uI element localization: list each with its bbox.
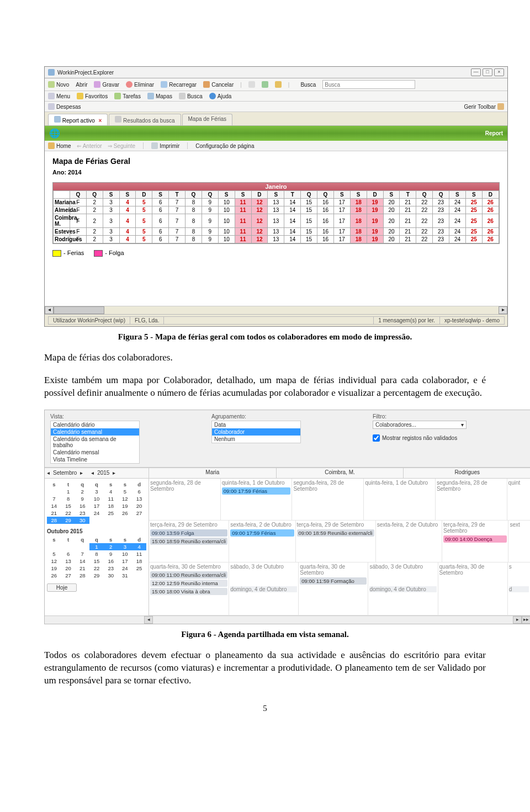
status-spacer bbox=[163, 316, 374, 325]
event-formacao[interactable]: 09:00 11:59 Formação bbox=[300, 577, 367, 585]
person-col-header: Maria bbox=[149, 468, 277, 478]
scroll-right-button[interactable]: ▸ bbox=[499, 306, 507, 314]
tab-resultados-busca[interactable]: Resultados da busca bbox=[109, 114, 181, 125]
agrup-listbox[interactable]: DataColaboradorNenhum bbox=[211, 421, 301, 443]
chevron-down-icon: ▾ bbox=[461, 422, 464, 428]
despesas-button[interactable]: Despesas bbox=[48, 103, 81, 110]
mini-calendar-sep[interactable]: stqqssd 12345678910111213141516171819202… bbox=[47, 481, 146, 524]
favoritos-button[interactable]: Favoritos bbox=[77, 93, 108, 99]
maximize-button[interactable]: □ bbox=[483, 68, 492, 76]
scroll-right-small[interactable]: ▸ bbox=[513, 616, 522, 624]
home-button[interactable]: Home bbox=[48, 142, 71, 149]
app-icon bbox=[48, 69, 55, 76]
vista-listbox[interactable]: Calendário diárioCalendário semanalCalen… bbox=[50, 421, 140, 464]
ajuda-button[interactable]: Ajuda bbox=[209, 93, 232, 99]
nav-month: Setembro bbox=[53, 470, 77, 476]
module-icon bbox=[48, 103, 55, 110]
mini-calendar-oct[interactable]: Outubro 2015stqqssd 12345678910111213141… bbox=[47, 528, 146, 579]
nav-year: 2015 bbox=[97, 470, 109, 476]
print-icon bbox=[151, 142, 158, 149]
prev-year-button[interactable]: ◂ bbox=[91, 470, 94, 476]
hoje-button[interactable]: Hoje bbox=[47, 583, 77, 592]
person-col-header: Coimbra, M. bbox=[277, 468, 404, 478]
event-doenca[interactable]: 09:00 14:00 Doença bbox=[443, 535, 507, 543]
eliminar-button[interactable]: Eliminar bbox=[126, 81, 154, 88]
minimize-button[interactable]: — bbox=[471, 68, 481, 76]
para-mapa-ferias: Mapa de férias dos colaboradores. bbox=[44, 352, 486, 364]
day-label-cut: sext bbox=[510, 522, 529, 528]
delete-icon bbox=[126, 81, 132, 88]
day-label: segunda-feira, 28 de Setembro bbox=[150, 480, 219, 492]
event-reuniao-interna[interactable]: 12:00 12:59 Reunião interna bbox=[150, 580, 227, 587]
new-icon bbox=[48, 81, 55, 88]
next-year-button[interactable]: ▸ bbox=[113, 470, 115, 476]
prev-month-button[interactable]: ◂ bbox=[47, 470, 50, 476]
search-label: Busca bbox=[300, 82, 316, 88]
event-folga[interactable]: 09:00 13:59 Folga bbox=[150, 529, 227, 537]
gerir-toolbar-button[interactable]: Gerir Toolbar bbox=[464, 103, 504, 110]
gravar-button[interactable]: Gravar bbox=[94, 81, 119, 88]
seguinte-button[interactable]: ⇒ Seguinte bbox=[108, 143, 135, 149]
search-input[interactable] bbox=[322, 80, 415, 89]
abrir-button[interactable]: Abrir bbox=[76, 82, 87, 88]
event-reuniao-externa[interactable]: 09:00 11:00 Reunião externa/cli bbox=[150, 571, 227, 579]
scroll-right-big[interactable]: ▸▸ bbox=[522, 616, 530, 624]
scroll-thumb[interactable] bbox=[54, 306, 104, 314]
screenshot-mapa-ferias: WorkinProject.Explorer — □ × Novo Abrir … bbox=[44, 66, 508, 327]
anterior-button[interactable]: ⇐ Anterior bbox=[77, 143, 102, 149]
legend-ferias-swatch bbox=[52, 250, 61, 257]
report-body: Mapa de Férias Geral Ano: 2014 Janeiro Q… bbox=[45, 151, 507, 306]
mini-calendars-column: stqqssd 12345678910111213141516171819202… bbox=[45, 479, 149, 615]
caption-figura5: Figura 5 - Mapa de férias geral com todo… bbox=[44, 332, 486, 342]
day-label: sábado, 3 de Outubro bbox=[369, 564, 436, 570]
colaboradores-combo[interactable]: Colaboradores...▾ bbox=[373, 421, 467, 429]
legend-folga-swatch bbox=[94, 250, 103, 257]
star-icon bbox=[77, 93, 83, 99]
tab-report-activo[interactable]: Report activo × bbox=[48, 114, 108, 125]
screenshot-agenda-semanal: Vista: Calendário diárioCalendário seman… bbox=[44, 410, 530, 624]
config-pagina-button[interactable]: Configuração de página bbox=[195, 143, 254, 149]
scroll-left-button[interactable]: ◂ bbox=[144, 616, 153, 624]
toolbar-nav: Menu Favoritos Tarefas Mapas Busca Ajuda bbox=[45, 91, 507, 102]
event-ferias[interactable]: 09:00 17:59 Férias bbox=[230, 529, 294, 537]
scroll-left-button[interactable]: ◂ bbox=[45, 306, 54, 314]
close-tab-icon[interactable]: × bbox=[98, 118, 102, 124]
day-label: terça-feira, 29 de Setembro bbox=[297, 522, 374, 528]
next-month-button[interactable]: ▸ bbox=[80, 470, 83, 476]
day-label: segunda-feira, 28 de Setembro bbox=[437, 480, 506, 492]
filtro-label: Filtro: bbox=[373, 413, 467, 420]
config-icon[interactable] bbox=[262, 81, 268, 88]
page-number: 5 bbox=[0, 704, 530, 713]
tab-mapa-ferias[interactable]: Mapa de Férias bbox=[182, 114, 232, 125]
reload-icon bbox=[161, 81, 167, 88]
menu-button[interactable]: Menu bbox=[48, 93, 70, 99]
mapas-button[interactable]: Mapas bbox=[147, 93, 172, 99]
day-label: sexta-feira, 2 de Outubro bbox=[230, 522, 294, 528]
settings-icon[interactable] bbox=[248, 81, 255, 88]
novo-button[interactable]: Novo bbox=[48, 81, 69, 88]
day-label: sexta-feira, 2 de Outubro bbox=[377, 522, 441, 528]
para-mapa-colaborador: Existe também um mapa por Colaborador, d… bbox=[44, 374, 486, 400]
tarefas-button[interactable]: Tarefas bbox=[114, 93, 141, 99]
imprimir-button[interactable]: Imprimir bbox=[151, 142, 179, 149]
cancelar-button[interactable]: Cancelar bbox=[203, 81, 234, 88]
event-ferias[interactable]: 09:00 17:59 Férias bbox=[222, 487, 291, 495]
event-reuniao-externa[interactable]: 15:00 18:59 Reunião externa/cli bbox=[150, 538, 227, 545]
toolbar-main: Novo Abrir Gravar Eliminar Recarregar Ca… bbox=[45, 78, 507, 91]
horizontal-scrollbar[interactable]: ◂ ▸ ▸▸ bbox=[45, 615, 530, 624]
status-user: Utilizador WorkinProject (wip) bbox=[48, 316, 130, 325]
day-label: quinta-feira, 1 de Outubro bbox=[365, 480, 434, 486]
event-visita-obra[interactable]: 15:00 18:00 Visita à obra bbox=[150, 588, 227, 595]
event-reuniao-externa[interactable]: 09:00 18:59 Reunião externa/cli bbox=[297, 529, 374, 537]
horizontal-scrollbar[interactable]: ◂ ▸ bbox=[45, 306, 507, 314]
cancel-icon bbox=[203, 81, 210, 88]
recarregar-button[interactable]: Recarregar bbox=[161, 81, 197, 88]
mostrar-checkbox[interactable] bbox=[373, 434, 380, 442]
close-button[interactable]: × bbox=[494, 68, 504, 76]
day-label-cut: quint bbox=[508, 480, 529, 486]
busca-button[interactable]: Busca bbox=[179, 93, 203, 99]
tabstrip: Report activo × Resultados da busca Mapa… bbox=[45, 112, 507, 126]
maps-icon bbox=[147, 93, 154, 99]
home-small-icon[interactable] bbox=[275, 81, 282, 88]
report-header-band: 🌐 Mapa de Férias Geral Report bbox=[45, 126, 507, 141]
